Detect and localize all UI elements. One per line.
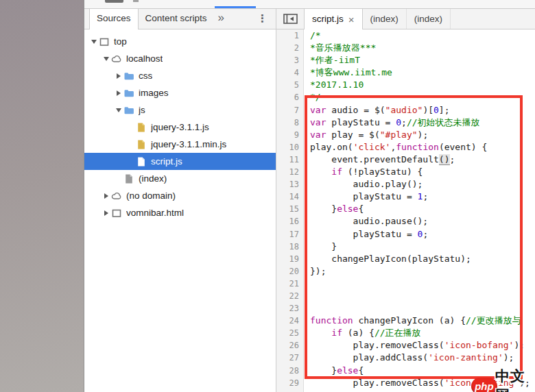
code-line-content[interactable]: *音乐播放器***	[304, 42, 376, 54]
line-number[interactable]: 26	[276, 339, 304, 352]
editor-tab-label: script.js	[312, 10, 344, 29]
line-number[interactable]: 2	[276, 42, 304, 54]
tree-item--index-[interactable]: (index)	[84, 170, 276, 187]
line-number[interactable]: 4	[276, 66, 304, 79]
line-number[interactable]: 10	[276, 141, 304, 154]
line-number[interactable]: 29	[276, 377, 304, 389]
line-number[interactable]: 6	[276, 91, 304, 103]
line-number[interactable]: 3	[276, 54, 304, 66]
line-number[interactable]: 18	[276, 241, 304, 253]
line-number[interactable]: 21	[276, 278, 304, 290]
code-line-content[interactable]: event.preventDefault();	[304, 154, 455, 166]
editor-tab-index[interactable]: (index)	[363, 9, 407, 29]
tree-item-jquery-3.1.1.min.js[interactable]: jquery-3.1.1.min.js	[84, 136, 276, 153]
code-line-content[interactable]: *博客www.iimt.me	[304, 66, 392, 79]
frame-icon	[99, 36, 110, 47]
hide-navigator-toggle-icon[interactable]	[276, 9, 304, 29]
code-line-content[interactable]: audio.pause();	[304, 215, 428, 228]
code-line: 5*2017.1.10	[276, 79, 535, 91]
line-number[interactable]: 12	[276, 166, 304, 178]
line-number[interactable]: 7	[276, 104, 304, 117]
line-number[interactable]: 14	[276, 191, 304, 203]
code-line: 7var audio = $("audio")[0];	[276, 104, 535, 117]
line-number[interactable]: 17	[276, 228, 304, 241]
tree-item-script.js[interactable]: script.js	[84, 153, 276, 170]
code-line-content[interactable]: play.on('click',function(event) {	[304, 141, 487, 154]
chevron-expanded-icon[interactable]	[113, 108, 123, 112]
navigator-tab-sources[interactable]: Sources	[89, 9, 139, 29]
code-editor-area[interactable]: 1/*2*音乐播放器***3*作者-iimT4*博客www.iimt.me5*2…	[276, 29, 535, 392]
code-line: 9var play = $("#play");	[276, 129, 535, 141]
chevron-collapsed-icon[interactable]	[113, 73, 123, 79]
code-line-content[interactable]: });	[304, 265, 326, 278]
line-number[interactable]: 13	[276, 178, 304, 191]
chevron-collapsed-icon[interactable]	[113, 90, 123, 96]
code-line: 27 play.addClass('icon-zanting');	[276, 352, 535, 364]
code-line-content[interactable]: *作者-iimT	[304, 54, 360, 66]
tree-item-css[interactable]: css	[84, 67, 276, 84]
line-number[interactable]: 28	[276, 365, 304, 377]
code-line-content[interactable]: }else{	[304, 203, 364, 215]
line-number[interactable]: 8	[276, 117, 304, 129]
code-line-content[interactable]: */	[304, 91, 321, 103]
line-number[interactable]: 22	[276, 290, 304, 302]
code-line: 25 if (a) {//正在播放	[276, 327, 535, 339]
line-number[interactable]: 9	[276, 129, 304, 141]
code-line-content[interactable]: audio.play();	[304, 178, 423, 191]
tree-item--no-domain-[interactable]: (no domain)	[84, 187, 276, 204]
code-line-content[interactable]: if (a) {//正在播放	[304, 327, 421, 339]
chevron-collapsed-icon[interactable]	[101, 193, 111, 199]
chevron-expanded-icon[interactable]	[88, 40, 99, 44]
tree-item-top[interactable]: top	[84, 33, 276, 50]
file-script-icon	[136, 122, 147, 133]
editor-tab-script.js[interactable]: script.js×	[304, 9, 363, 29]
code-line-content[interactable]	[304, 302, 310, 315]
code-line-content[interactable]: var play = $("#play");	[304, 129, 428, 141]
line-number[interactable]: 23	[276, 302, 304, 315]
tab-overflow-chevron-icon[interactable]: »	[214, 9, 228, 29]
line-number[interactable]: 20	[276, 265, 304, 278]
line-number[interactable]: 11	[276, 154, 304, 166]
code-line-content[interactable]: if (!playStatu) {	[304, 166, 423, 178]
code-line-content[interactable]: playStatu = 1;	[304, 191, 428, 203]
code-line-content[interactable]: var playStatu = 0;//初始状态未播放	[304, 117, 480, 129]
code-line-content[interactable]: function changePlayIcon (a) {//更改播放与	[304, 315, 521, 327]
code-line-content[interactable]: var audio = $("audio")[0];	[304, 104, 450, 117]
line-number[interactable]: 5	[276, 79, 304, 91]
tree-item-images[interactable]: images	[84, 84, 276, 101]
code-line-content[interactable]: changePlayIcon(playStatu);	[304, 253, 471, 265]
code-line: 23	[276, 302, 535, 315]
tree-item-localhost[interactable]: localhost	[84, 50, 276, 67]
line-number[interactable]: 15	[276, 203, 304, 215]
chevron-expanded-icon[interactable]	[101, 57, 111, 61]
code-line-content[interactable]: playStatu = 0;	[304, 228, 428, 241]
tree-item-jquery-3.1.1.js[interactable]: jquery-3.1.1.js	[84, 119, 276, 136]
code-line-content[interactable]: *2017.1.10	[304, 79, 364, 91]
line-number[interactable]: 1	[276, 29, 304, 42]
line-number[interactable]: 24	[276, 315, 304, 327]
close-tab-icon[interactable]: ×	[348, 14, 355, 25]
code-line-content[interactable]: play.addClass('icon-zanting');	[304, 352, 514, 364]
line-number[interactable]: 27	[276, 352, 304, 364]
code-line-content[interactable]: }	[304, 241, 337, 253]
tree-item-js[interactable]: js	[84, 101, 276, 119]
code-line-content[interactable]: play.removeClass('icon-bofang');	[304, 339, 525, 352]
code-line: 10play.on('click',function(event) {	[276, 141, 535, 154]
code-line: 19 changePlayIcon(playStatu);	[276, 253, 535, 265]
cloud-icon	[111, 53, 122, 64]
more-options-kebab-icon[interactable]: ⋮	[257, 9, 268, 29]
file-script-icon	[136, 139, 147, 150]
line-number[interactable]: 25	[276, 327, 304, 339]
line-number[interactable]: 19	[276, 253, 304, 265]
chevron-collapsed-icon[interactable]	[101, 210, 111, 216]
tree-item-vomnibar.html[interactable]: vomnibar.html	[84, 204, 276, 221]
navigator-tab-content-scripts[interactable]: Content scripts	[139, 9, 214, 29]
code-line-content[interactable]: }else{	[304, 365, 364, 377]
line-number[interactable]: 16	[276, 215, 304, 228]
code-line: 11 event.preventDefault();	[276, 154, 535, 166]
code-line-content[interactable]	[304, 278, 310, 290]
tree-item-label: css	[139, 71, 152, 81]
code-line-content[interactable]	[304, 290, 310, 302]
editor-tab-index-2[interactable]: (index)	[407, 9, 451, 29]
code-line-content[interactable]: /*	[304, 29, 321, 42]
